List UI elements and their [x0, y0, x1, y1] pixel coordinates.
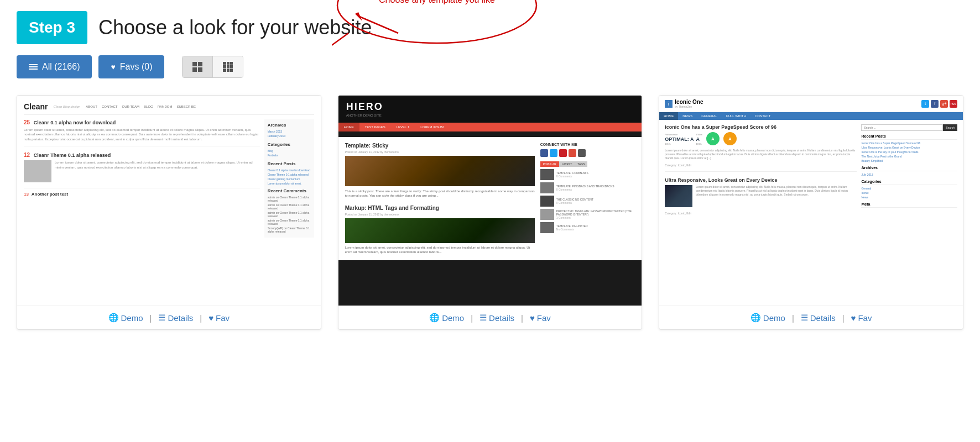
- iconic-perf-chart: Performance OPTIMAL: A 101% YSlow A 101%…: [665, 132, 857, 145]
- hiero-facebook-icon: [540, 149, 548, 157]
- iconic-cat-1: General: [861, 187, 957, 190]
- templates-grid: Cleanr Clean Blog design ABOUTCONTACTOUR…: [0, 90, 980, 341]
- hiero-nav-level: LEVEL 1: [391, 123, 415, 131]
- list-details-icon-3: ☰: [801, 313, 808, 323]
- iconic-search-input[interactable]: [861, 124, 943, 131]
- hiero-latest-tab: LATEST: [559, 161, 575, 167]
- hiero-tags-tab: TAGS: [575, 161, 587, 167]
- iconic-facebook-icon: f: [931, 100, 939, 108]
- hiero-tagline: ANOTHER DEMO SITE: [346, 114, 634, 117]
- grid-3-view-button[interactable]: [213, 56, 243, 77]
- hiero-rss-icon: [578, 149, 586, 157]
- cleanr-details-link[interactable]: ☰ Details: [158, 313, 193, 323]
- cleanr-preview: Cleanr Clean Blog design ABOUTCONTACTOUR…: [17, 96, 321, 306]
- hiero-demo-link[interactable]: 🌐 Demo: [429, 313, 464, 323]
- iconic-recent-2: Ultra Responsive, Looks Great on Every D…: [861, 146, 957, 149]
- iconic-meta-title: Meta: [861, 202, 957, 208]
- iconic-nav: HOME NEWS GENERAL FULL WIDTH CONTACT: [659, 112, 963, 120]
- hiero-post-2: Markup: HTML Tags and Formatting Posted …: [345, 205, 535, 255]
- hiero-popular-img-3: [540, 196, 554, 207]
- iconic-logo: i Iconic One by ThemeZee: [665, 99, 703, 108]
- grid-4-icon: [192, 62, 202, 72]
- hiero-popular-img-4: [540, 209, 554, 220]
- iconic-demo-link[interactable]: 🌐 Demo: [750, 313, 785, 323]
- hiero-body: Template: Sticky Posted on January 11, 2…: [338, 137, 642, 260]
- hiero-popular-text-2: TEMPLATE: PINGBACKS AND TRACKBACKS0 Comm…: [556, 185, 614, 191]
- hiero-nav: HOME TEST PAGES LEVEL 1 LOREM IPSUM: [338, 123, 642, 131]
- iconic-score-badge-2: A: [723, 132, 737, 145]
- hiero-social-icons: [540, 149, 635, 157]
- hiero-nav-lorem: LOREM IPSUM: [415, 123, 449, 131]
- cleanr-footer: 🌐 Demo | ☰ Details | ♥ Fav: [17, 306, 321, 329]
- cleanr-post-1: 25 Cleanr 0.1 alpha now for download Lor…: [24, 119, 260, 146]
- hiero-popular-text-4: PROTECTED: TEMPLATE: PASSWORD PROTECTED …: [556, 209, 635, 219]
- iconic-nav-fullwidth: FULL WIDTH: [722, 112, 750, 120]
- iconic-rss-icon: rss: [950, 100, 957, 108]
- hiero-twitter-icon: [550, 149, 557, 157]
- cleanr-demo-link[interactable]: 🌐 Demo: [108, 313, 143, 323]
- iconic-twitter-icon: t: [921, 100, 929, 108]
- iconic-header: i Iconic One by ThemeZee t f g+ rss: [659, 96, 963, 112]
- cleanr-post2-body: Lorem ipsum dolor sit amet, consectetur …: [55, 160, 260, 182]
- iconic-meta-section: Meta: [861, 202, 957, 208]
- hiero-post-1: Template: Sticky Posted on January 11, 2…: [345, 143, 535, 198]
- hiero-post2-title: Markup: HTML Tags and Formatting: [345, 205, 535, 211]
- hiero-popular-item-3: THE CLASSIC NO CONTENT0 Comments: [540, 196, 635, 207]
- heart-fav-icon-3: ♥: [851, 313, 856, 323]
- favs-button-label: Favs (0): [120, 62, 153, 72]
- page-title: Choose a look for your website: [98, 16, 372, 39]
- globe-icon-3: 🌐: [750, 313, 761, 323]
- grid-2-view-button[interactable]: [183, 56, 213, 77]
- iconic-recent-4: The Next Juicy Post is the Grand: [861, 155, 957, 158]
- iconic-nav-news: NEWS: [678, 112, 697, 120]
- iconic-post1-text: Lorem ipsum dolor sit amet, consectetur …: [665, 149, 857, 160]
- hiero-popular-item-5: TEMPLATE: PAGINATEDNo Comments: [540, 222, 635, 233]
- cleanr-fav-link[interactable]: ♥ Fav: [208, 313, 230, 323]
- heart-fav-icon: ♥: [208, 313, 213, 323]
- hiero-popular-text-3: THE CLASSIC NO CONTENT0 Comments: [556, 198, 593, 204]
- cleanr-recent-comments-title: Recent Comments: [268, 188, 311, 193]
- iconic-post-1: Iconic One has a Super PageSpeed Score o…: [665, 124, 857, 172]
- iconic-categories-title: Categories: [861, 180, 957, 185]
- iconic-search-button[interactable]: Search: [943, 124, 957, 131]
- callout-bubble: Choose any template you like: [332, 0, 542, 50]
- hiero-popular-item-4: PROTECTED: TEMPLATE: PASSWORD PROTECTED …: [540, 209, 635, 220]
- iconic-body: Iconic One has a Super PageSpeed Score o…: [659, 120, 963, 219]
- cleanr-post1-body: Lorem ipsum dolor sit amet, consectetur …: [24, 128, 260, 141]
- all-templates-button[interactable]: All (2166): [17, 55, 92, 78]
- hiero-details-link[interactable]: ☰ Details: [479, 313, 514, 323]
- iconic-score-badge: A: [705, 132, 721, 145]
- iconic-cat-3: News: [861, 196, 957, 199]
- template-card-cleanr: Cleanr Clean Blog design ABOUTCONTACTOUR…: [17, 95, 321, 330]
- cleanr-categories-title: Categories: [268, 142, 311, 147]
- hiero-popular-img-2: [540, 182, 554, 193]
- iconic-post2-category: Category: Iconic, Edit: [665, 212, 857, 215]
- view-toggle: [182, 56, 243, 78]
- hiero-popular-item-2: TEMPLATE: PINGBACKS AND TRACKBACKS0 Comm…: [540, 182, 635, 193]
- favs-button[interactable]: ♥ Favs (0): [98, 55, 164, 78]
- iconic-details-link[interactable]: ☰ Details: [801, 313, 836, 323]
- hiero-post1-text: This is a sticky post. There are a few t…: [345, 189, 535, 198]
- hiero-post2-text: Lorem ipsum dolor sit amet, consectetur …: [345, 245, 535, 255]
- hiero-post1-title: Template: Sticky: [345, 143, 535, 149]
- hiero-popular-img-1: [540, 169, 554, 180]
- iconic-recent-1: Iconic One has a Super PageSpeed Score o…: [861, 141, 957, 145]
- hiero-post2-meta: Posted on January 11, 2012 by themedemo: [345, 213, 535, 216]
- hiero-post2-image: [345, 218, 535, 243]
- step-badge: Step 3: [17, 11, 87, 44]
- hiero-logo: HIERO: [346, 101, 634, 113]
- iconic-post2-image: [665, 185, 692, 207]
- iconic-tagline: by ThemeZee: [675, 105, 703, 108]
- cleanr-archives-title: Archives: [268, 123, 311, 128]
- iconic-social-icons: t f g+ rss: [921, 100, 957, 108]
- hiero-footer: 🌐 Demo | ☰ Details | ♥ Fav: [338, 306, 642, 329]
- iconic-logo-icon: i: [665, 100, 673, 108]
- hiero-post1-meta: Posted on January 11, 2012 by themedemo: [345, 150, 535, 154]
- iconic-post2-text: Lorem ipsum dolor sit amet, consectetur …: [665, 185, 857, 197]
- iconic-post-2: Ultra Responsive, Looks Great on Every D…: [665, 177, 857, 215]
- svg-line-3: [332, 33, 348, 50]
- iconic-fav-link[interactable]: ♥ Fav: [851, 313, 872, 323]
- hiero-fav-link[interactable]: ♥ Fav: [530, 313, 551, 323]
- iconic-cat-2: Iconic: [861, 191, 957, 194]
- iconic-search: Search: [861, 124, 957, 131]
